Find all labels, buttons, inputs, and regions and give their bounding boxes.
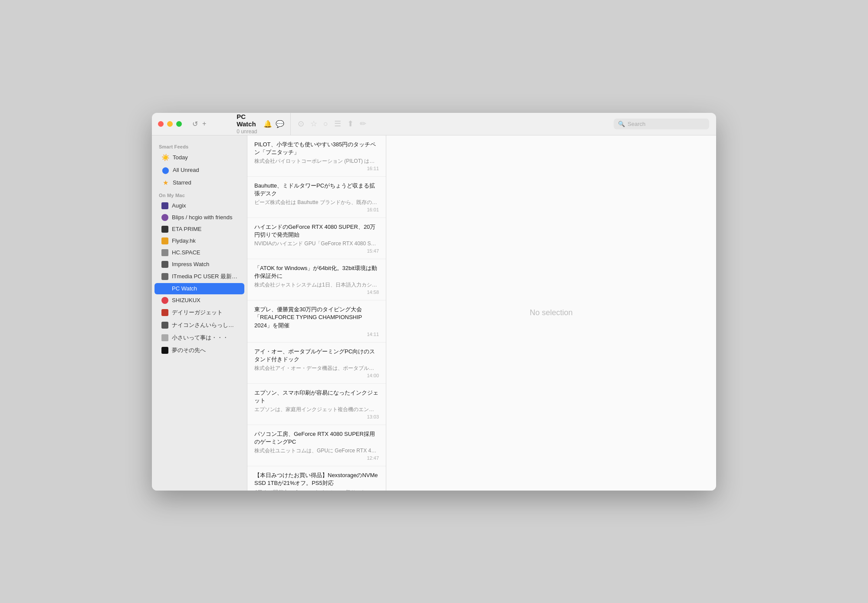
search-box: 🔍 — [614, 119, 709, 129]
notification-icon[interactable]: 🔔 — [263, 120, 272, 128]
main-content: Smart Feeds ☀️ Today ⬤ All Unread ★ Star… — [152, 135, 716, 491]
sidebar-item-label: ナイコンさんいらっしゃい — [172, 321, 237, 329]
sidebar-item-all-unread[interactable]: ⬤ All Unread — [155, 164, 244, 176]
impress-icon — [161, 261, 168, 268]
itmedia-icon — [161, 273, 168, 280]
smart-feeds-label: Smart Feeds — [152, 141, 247, 151]
feed-item[interactable]: パソコン工房、GeForce RTX 4080 SUPER採用のゲーミングPC … — [247, 425, 386, 466]
feed-item-title: PILOT、小学生でも使いやすい385円のタッチペン「プニタッチ」 — [254, 141, 379, 156]
sidebar-item-starred[interactable]: ★ Starred — [155, 177, 244, 189]
share-icon[interactable]: ⬆ — [347, 119, 354, 129]
feed-item-preview: 4日まで開催中の Amazonタイムセール祭りにおい… — [254, 489, 379, 491]
sidebar-item-label: デイリーガジェット — [172, 309, 223, 316]
check-circle-icon[interactable]: ○ — [323, 119, 328, 129]
eta-icon — [161, 226, 168, 233]
sidebar-item-itmedia[interactable]: ITmedia PC USER 最新記事… — [155, 270, 244, 283]
star-icon[interactable]: ☆ — [310, 119, 317, 129]
sidebar-item-label: All Unread — [173, 167, 199, 173]
feed-item-preview: NVIDIAのハイエンド GPU「GeForce RTX 4080 S… — [254, 240, 379, 247]
sidebar: Smart Feeds ☀️ Today ⬤ All Unread ★ Star… — [152, 135, 247, 491]
feed-panel-unread: 0 unread — [237, 129, 260, 135]
feed-item-preview: 株式会社ユニットコムは、GPUに GeForce RTX 4… — [254, 447, 379, 455]
feed-item-time: 16:01 — [254, 207, 379, 212]
sidebar-item-label: Augix — [172, 202, 186, 209]
flyday-icon — [161, 237, 168, 244]
circle-dot-icon[interactable]: ⊙ — [298, 119, 304, 129]
sidebar-item-daily[interactable]: デイリーガジェット — [155, 306, 244, 319]
sidebar-item-impress[interactable]: Impress Watch — [155, 259, 244, 270]
filter-icon[interactable]: 💬 — [276, 120, 284, 128]
close-button[interactable] — [158, 121, 164, 127]
sidebar-item-chiisai[interactable]: 小さいって事は・・・ — [155, 332, 244, 344]
feed-item[interactable]: Bauhutte、ミドルタワーPCがちょうど収まる拡張デスク ビーズ株式会社は … — [247, 177, 386, 218]
circle-icon: ⬤ — [161, 166, 169, 174]
feed-item-time: 12:47 — [254, 455, 379, 461]
feed-list-header: ↺ + PC Watch 0 unread 🔔 💬 — [152, 113, 291, 135]
article-panel: No selection — [386, 135, 716, 491]
sun-icon: ☀️ — [161, 154, 169, 161]
pencil-circle-icon[interactable]: ✏ — [360, 119, 366, 129]
maximize-button[interactable] — [176, 121, 182, 127]
feed-item-preview: エプソンは、家庭用インクジェット複合機のエントリーモデル「EW-456A」、「E… — [254, 406, 379, 413]
sidebar-item-label: Blips / hcgio with friends — [172, 214, 232, 221]
feed-item-time: 14:00 — [254, 373, 379, 378]
feed-list-panel: PILOT、小学生でも使いやすい385円のタッチペン「プニタッチ」 株式会社パイ… — [247, 135, 386, 491]
traffic-lights — [158, 121, 182, 127]
yume-icon — [161, 347, 168, 354]
refresh-icon[interactable]: ↺ — [192, 120, 198, 128]
feed-item[interactable]: 東プレ、優勝賞金30万円のタイピング大会「REALFORCE TYPING CH… — [247, 300, 386, 343]
feed-toolbar-icons: ↺ + — [192, 120, 206, 128]
feed-item[interactable]: アイ・オー、ポータブルゲーミングPC向けのスタンド付きドック 株式会社アイ・オー… — [247, 343, 386, 384]
hcspace-icon — [161, 249, 168, 256]
blips-icon — [161, 214, 168, 221]
sidebar-item-pcwatch[interactable]: PC Watch — [155, 283, 244, 294]
no-selection-text: No selection — [529, 308, 572, 317]
sidebar-item-label: Starred — [173, 179, 191, 186]
sidebar-item-yume[interactable]: 夢のその先へ — [155, 344, 244, 356]
sidebar-item-augix[interactable]: Augix — [155, 200, 244, 211]
search-icon: 🔍 — [618, 121, 625, 127]
feed-item-title: 【本日みつけたお買い得品】NexstorageのNVMe SSD 1TBが21%… — [254, 471, 379, 487]
sidebar-item-blips[interactable]: Blips / hcgio with friends — [155, 212, 244, 223]
sidebar-item-shizukux[interactable]: SHIZUKUX — [155, 295, 244, 306]
minimize-button[interactable] — [167, 121, 173, 127]
chiisai-icon — [161, 334, 168, 341]
feed-panel-header: PC Watch 0 unread — [237, 113, 260, 135]
feed-panel-title: PC Watch — [237, 113, 260, 128]
feed-item-title: 「ATOK for Windows」が64bit化。32bit環境は動作保証外に — [254, 264, 379, 280]
sidebar-item-label: PC Watch — [172, 285, 197, 292]
app-window: ↺ + PC Watch 0 unread 🔔 💬 ⊙ ☆ ○ ☰ ⬆ ✏ 🔍 — [152, 113, 716, 491]
sidebar-item-today[interactable]: ☀️ Today — [155, 152, 244, 164]
sidebar-item-label: ITmedia PC USER 最新記事… — [172, 273, 237, 280]
add-icon[interactable]: + — [202, 120, 206, 128]
sidebar-item-label: Flyday.hk — [172, 237, 196, 244]
sidebar-item-label: Impress Watch — [172, 261, 209, 267]
feed-item-time: 14:11 — [254, 332, 379, 337]
feed-item-title: Bauhutte、ミドルタワーPCがちょうど収まる拡張デスク — [254, 182, 379, 198]
feed-item[interactable]: 「ATOK for Windows」が64bit化。32bit環境は動作保証外に… — [247, 259, 386, 300]
sidebar-item-eta[interactable]: ETA PRIME — [155, 224, 244, 235]
on-my-mac-label: On My Mac — [152, 189, 247, 200]
feed-item-title: 東プレ、優勝賞金30万円のタイピング大会「REALFORCE TYPING CH… — [254, 306, 379, 330]
sidebar-item-flyday[interactable]: Flyday.hk — [155, 235, 244, 247]
feed-item[interactable]: PILOT、小学生でも使いやすい385円のタッチペン「プニタッチ」 株式会社パイ… — [247, 135, 386, 177]
list-icon[interactable]: ☰ — [334, 119, 341, 129]
daily-icon — [161, 309, 168, 316]
sidebar-item-label: Today — [173, 154, 188, 161]
feed-item[interactable]: エプソン、スマホ印刷が容易になったインクジェット エプソンは、家庭用インクジェッ… — [247, 384, 386, 425]
feed-item-time: 16:11 — [254, 166, 379, 171]
feed-item[interactable]: 【本日みつけたお買い得品】NexstorageのNVMe SSD 1TBが21%… — [247, 466, 386, 490]
star-sidebar-icon: ★ — [161, 179, 169, 187]
sidebar-item-hcspace[interactable]: HC.SPACE — [155, 247, 244, 258]
top-bar: ↺ + PC Watch 0 unread 🔔 💬 ⊙ ☆ ○ ☰ ⬆ ✏ 🔍 — [152, 113, 716, 135]
feed-item-preview: 株式会社ジャストシステムは1日、日本語入力カシス… — [254, 281, 379, 289]
pcwatch-icon — [161, 285, 168, 292]
feed-item-preview: 株式会社パイロットコーポレーション (PILOT) は、… — [254, 158, 379, 165]
sidebar-item-naikon[interactable]: ナイコンさんいらっしゃい — [155, 319, 244, 331]
feed-item-title: パソコン工房、GeForce RTX 4080 SUPER採用のゲーミングPC — [254, 430, 379, 446]
feed-item-preview: 株式会社アイ・オー・データ機器は、ポータブルゲ… — [254, 365, 379, 372]
sidebar-item-label: SHIZUKUX — [172, 297, 201, 303]
feed-item[interactable]: ハイエンドのGeForce RTX 4080 SUPER、20万円切りで発売開始… — [247, 218, 386, 259]
search-input[interactable] — [628, 121, 705, 127]
sidebar-item-label: 夢のその先へ — [172, 346, 206, 354]
